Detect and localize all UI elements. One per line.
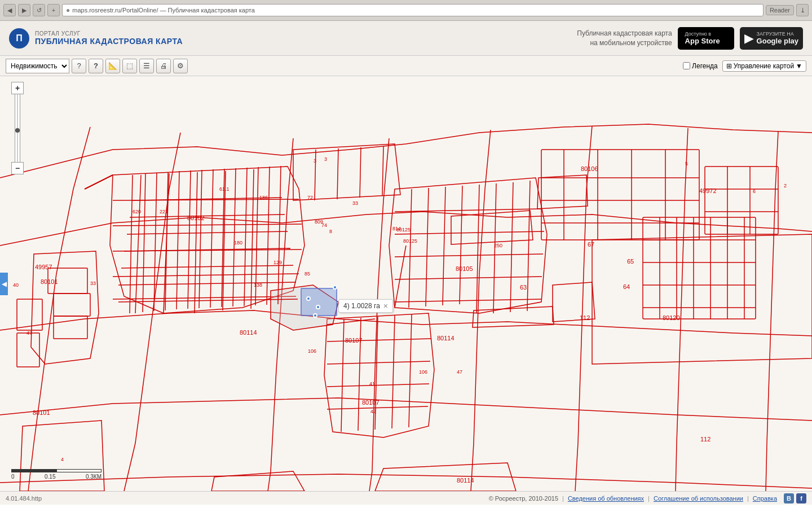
googleplay-icon: ▶	[744, 31, 754, 46]
scale-label-0: 0	[11, 474, 15, 480]
site-logo-icon: П	[9, 28, 29, 49]
svg-text:4: 4	[61, 457, 64, 462]
legend-label: Легенда	[692, 62, 718, 70]
svg-text:85: 85	[304, 271, 310, 277]
svg-text:227: 227	[160, 209, 168, 214]
site-header: П ПОРТАЛ УСЛУГ ПУБЛИЧНАЯ КАДАСТРОВАЯ КАР…	[0, 21, 812, 56]
legend-checkbox-input[interactable]	[683, 62, 690, 69]
svg-text:129: 129	[273, 260, 282, 265]
svg-text:180: 180	[234, 240, 242, 246]
svg-text:72: 72	[307, 195, 313, 200]
measure-button[interactable]: 📐	[105, 59, 120, 73]
zoom-in-button[interactable]: +	[11, 82, 24, 94]
scale-segment-1	[11, 469, 56, 472]
help-button[interactable]: ?	[72, 59, 86, 73]
zoom-out-button[interactable]: −	[11, 162, 24, 174]
svg-text:40: 40	[13, 282, 19, 288]
svg-text:80125: 80125	[403, 238, 417, 244]
info-button[interactable]: ?	[89, 59, 103, 73]
svg-text:49972: 49972	[699, 187, 717, 194]
svg-text:4: 4	[65, 491, 68, 491]
footer-link-updates[interactable]: Сведения об обновлениях	[568, 495, 644, 502]
zoom-slider[interactable]	[15, 94, 20, 162]
print-button[interactable]: 🖨	[156, 59, 171, 73]
measure-dot-2[interactable]	[306, 296, 311, 301]
manage-map-label: Управление картой	[734, 62, 794, 70]
scale-bar: 0 0.15 0.3КМ	[11, 469, 102, 480]
svg-text:2: 2	[784, 183, 787, 189]
download-button[interactable]: ⤓	[796, 4, 809, 16]
svg-text:80125: 80125	[396, 227, 411, 233]
svg-text:106: 106	[419, 369, 427, 375]
svg-text:80101: 80101	[41, 278, 58, 285]
svg-text:80107: 80107	[362, 399, 379, 406]
googleplay-button[interactable]: ▶ ЗАГРУЗИТЕ НА Google play	[740, 27, 803, 50]
site-logo: ПОРТАЛ УСЛУГ ПУБЛИЧНАЯ КАДАСТРОВАЯ КАРТА	[35, 30, 183, 46]
facebook-icon[interactable]: f	[796, 493, 806, 503]
svg-text:809: 809	[315, 219, 323, 225]
measure-dot-1[interactable]	[333, 285, 337, 290]
svg-text:8: 8	[329, 229, 332, 234]
svg-text:6: 6	[753, 189, 756, 194]
address-bar[interactable]: ● maps.rosreestr.ru/PortalOnline/ — Публ…	[62, 4, 764, 16]
grid-icon: ⊞	[726, 62, 732, 70]
url-text: maps.rosreestr.ru/PortalOnline/ — Публич…	[72, 7, 760, 14]
footer-sep-2: |	[648, 495, 650, 502]
svg-text:80106: 80106	[581, 165, 598, 172]
svg-text:65: 65	[627, 258, 634, 265]
scale-label-015: 0.15	[45, 474, 55, 480]
back-button[interactable]: ◀	[3, 4, 16, 16]
vk-icon[interactable]: В	[784, 493, 794, 503]
map-container[interactable]: 80106 80102 80101 80105 80114 80107 8010…	[0, 76, 812, 491]
svg-text:63: 63	[520, 284, 527, 291]
zoom-controls: + −	[11, 82, 24, 174]
svg-rect-0	[0, 76, 812, 491]
scale-labels: 0 0.15 0.3КМ	[11, 474, 102, 480]
forward-button[interactable]: ▶	[18, 4, 30, 16]
site-header-right: Публичная кадастровая карта на мобильном…	[577, 27, 803, 50]
footer-link-help[interactable]: Справка	[753, 495, 777, 502]
manage-map-button[interactable]: ⊞ Управление картой ▼	[722, 60, 806, 72]
settings-button[interactable]: ⚙	[173, 59, 188, 73]
refresh-button[interactable]: ↺	[33, 4, 45, 16]
select-button[interactable]: ⬚	[122, 59, 137, 73]
svg-text:80120: 80120	[663, 314, 680, 321]
appstore-button[interactable]: Доступно в App Store	[678, 27, 734, 50]
svg-text:61.1: 61.1	[219, 186, 230, 192]
appstore-sub: Доступно в	[685, 31, 720, 37]
reader-button[interactable]: Reader	[766, 5, 794, 15]
property-type-select[interactable]: Недвижимость	[6, 59, 69, 73]
svg-text:47: 47	[27, 330, 32, 336]
svg-text:138: 138	[254, 282, 262, 288]
svg-text:3: 3	[314, 158, 316, 164]
footer-link-agreement[interactable]: Соглашение об использовании	[654, 495, 743, 502]
svg-text:80107: 80107	[345, 337, 363, 344]
footer: 4.01.484.http © Росреестр, 2010-2015 | С…	[0, 491, 812, 505]
measurement-close-button[interactable]: ×	[383, 301, 388, 310]
svg-text:106: 106	[308, 348, 316, 354]
svg-text:33: 33	[90, 281, 96, 286]
new-tab-button[interactable]: +	[47, 4, 60, 16]
footer-sep-1: |	[562, 495, 564, 502]
footer-right: © Росреестр, 2010-2015 | Сведения об обн…	[489, 493, 806, 503]
svg-text:47: 47	[457, 369, 462, 375]
legend-checkbox[interactable]: Легенда	[683, 62, 718, 70]
footer-sep-3: |	[747, 495, 749, 502]
scale-bar-line	[11, 469, 102, 472]
googleplay-sub: ЗАГРУЗИТЕ НА	[757, 31, 798, 37]
measure-dot-3[interactable]	[316, 305, 320, 309]
portal-label: ПОРТАЛ УСЛУГ	[35, 30, 183, 37]
map-toolbar: Недвижимость ? ? 📐 ⬚ ☰ 🖨 ⚙ Легенда ⊞ Упр…	[0, 56, 812, 76]
svg-text:33: 33	[352, 200, 358, 206]
svg-text:80114: 80114	[437, 335, 454, 341]
layers-button[interactable]: ☰	[139, 59, 154, 73]
site-title: ПУБЛИЧНАЯ КАДАСТРОВАЯ КАРТА	[35, 37, 183, 46]
svg-text:80102: 80102	[187, 214, 205, 221]
measure-dot-4[interactable]	[313, 313, 317, 318]
sidebar-collapse-button[interactable]: ◀	[0, 273, 8, 295]
browser-chrome: ◀ ▶ ↺ + ● maps.rosreestr.ru/PortalOnline…	[0, 0, 812, 21]
svg-text:67: 67	[588, 241, 594, 248]
map-svg: 80106 80102 80101 80105 80114 80107 8010…	[0, 76, 812, 491]
appstore-name: App Store	[685, 37, 720, 45]
svg-text:186: 186	[259, 195, 268, 200]
